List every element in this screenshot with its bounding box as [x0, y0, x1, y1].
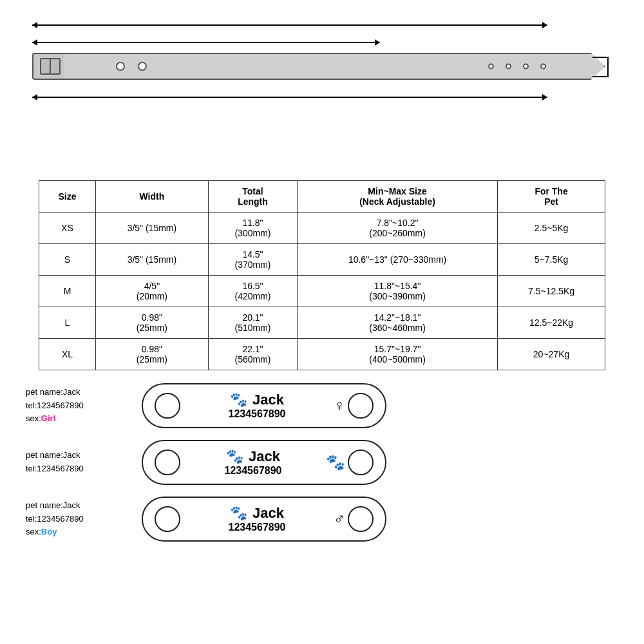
tag-left-circle-1 — [155, 450, 180, 475]
table-cell-1-4: 5~7.5Kg — [498, 244, 605, 276]
tag-row-0: pet name:Jack tel:1234567890sex:Girl 🐾 J… — [26, 383, 618, 428]
tag-right-symbol-0: ♀ — [334, 397, 345, 415]
tag-paw-icon-2: 🐾 — [230, 505, 247, 522]
tag-row-1: pet name:Jack tel:1234567890 🐾 Jack 1234… — [26, 440, 618, 485]
col-header-total-length: TotalLength — [208, 181, 297, 213]
table-row: M4/5"(20mm)16.5"(420mm)11.8"~15.4"(300~3… — [39, 276, 605, 307]
belt-diagram — [0, 0, 644, 174]
tag-left-circle-2 — [155, 506, 180, 532]
tag-section: pet name:Jack tel:1234567890sex:Girl 🐾 J… — [0, 377, 644, 548]
table-cell-4-3: 15.7"~19.7"(400~500mm) — [298, 339, 498, 370]
tag-phone-0: 1234567890 — [229, 408, 286, 420]
tag-center-0: 🐾 Jack 1234567890 — [180, 392, 334, 420]
belt-hole-large-2 — [138, 62, 147, 71]
col-header-min-max: Min~Max Size(Neck Adjustable) — [298, 181, 498, 213]
tag-right-group-1: 🐾 — [326, 450, 374, 475]
tag-center-2: 🐾 Jack 1234567890 — [180, 505, 334, 533]
size-table-section: Size Width TotalLength Min~Max Size(Neck… — [0, 174, 644, 377]
table-row: S3/5" (15mm)14.5"(370mm)10.6"~13" (270~3… — [39, 244, 605, 276]
size-table: Size Width TotalLength Min~Max Size(Neck… — [39, 180, 605, 370]
table-row: L0.98"(25mm)20.1"(510mm)14.2"~18.1"(360~… — [39, 307, 605, 339]
tag-shape-1: 🐾 Jack 1234567890 🐾 — [142, 440, 386, 485]
tag-name-0: Jack — [252, 392, 284, 408]
tag-right-symbol-2: ♂ — [334, 510, 345, 528]
table-cell-3-2: 20.1"(510mm) — [208, 307, 297, 339]
tag-right-group-0: ♀ — [334, 393, 374, 419]
table-cell-1-0: S — [39, 244, 96, 276]
table-cell-2-3: 11.8"~15.4"(300~390mm) — [298, 276, 498, 307]
table-cell-0-3: 7.8"~10.2"(200~260mm) — [298, 213, 498, 244]
tag-phone-2: 1234567890 — [229, 522, 286, 533]
tag-right-circle-1 — [348, 450, 374, 475]
table-header-row: Size Width TotalLength Min~Max Size(Neck… — [39, 181, 605, 213]
belt-hole-large-1 — [116, 62, 125, 71]
table-cell-2-0: M — [39, 276, 96, 307]
belt-hole-small-2 — [506, 64, 511, 70]
col-header-size: Size — [39, 181, 96, 213]
tag-paw-icon-1: 🐾 — [226, 448, 243, 465]
max-size-arrow — [32, 24, 547, 26]
belt-strap — [64, 53, 560, 80]
table-cell-4-0: XL — [39, 339, 96, 370]
table-cell-0-2: 11.8"(300mm) — [208, 213, 297, 244]
table-cell-3-3: 14.2"~18.1"(360~460mm) — [298, 307, 498, 339]
tag-right-group-2: ♂ — [334, 506, 374, 532]
total-length-arrow — [32, 97, 547, 98]
tag-info-1: pet name:Jack tel:1234567890 — [26, 449, 122, 476]
table-cell-1-2: 14.5"(370mm) — [208, 244, 297, 276]
table-cell-1-1: 3/5" (15mm) — [95, 244, 208, 276]
tag-row-2: pet name:Jack tel:1234567890sex:Boy 🐾 Ja… — [26, 497, 618, 542]
table-cell-4-2: 22.1"(560mm) — [208, 339, 297, 370]
col-header-width: Width — [95, 181, 208, 213]
table-cell-0-4: 2.5~5Kg — [498, 213, 605, 244]
table-cell-2-2: 16.5"(420mm) — [208, 276, 297, 307]
tag-right-circle-2 — [348, 506, 374, 532]
tag-shape-0: 🐾 Jack 1234567890 ♀ — [142, 383, 386, 428]
table-cell-2-1: 4/5"(20mm) — [95, 276, 208, 307]
buckle — [32, 53, 68, 80]
tag-shape-2: 🐾 Jack 1234567890 ♂ — [142, 497, 386, 542]
tag-paw-icon-0: 🐾 — [230, 392, 247, 408]
table-cell-4-4: 20~27Kg — [498, 339, 605, 370]
table-cell-3-0: L — [39, 307, 96, 339]
table-cell-3-4: 12.5~22Kg — [498, 307, 605, 339]
table-cell-2-4: 7.5~12.5Kg — [498, 276, 605, 307]
col-header-for-pet: For ThePet — [498, 181, 605, 213]
tag-left-circle-0 — [155, 393, 180, 419]
table-cell-1-3: 10.6"~13" (270~330mm) — [298, 244, 498, 276]
tag-right-circle-0 — [348, 393, 374, 419]
tag-info-2: pet name:Jack tel:1234567890sex:Boy — [26, 499, 122, 539]
sex-label-2: Boy — [41, 527, 57, 536]
tag-right-symbol-1: 🐾 — [326, 453, 345, 471]
tag-center-1: 🐾 Jack 1234567890 — [180, 448, 326, 477]
table-cell-3-1: 0.98"(25mm) — [95, 307, 208, 339]
table-cell-0-0: XS — [39, 213, 96, 244]
belt-hole-small-1 — [488, 64, 494, 70]
table-row: XS3/5" (15mm)11.8"(300mm)7.8"~10.2"(200~… — [39, 213, 605, 244]
min-size-arrow — [32, 42, 380, 43]
sex-label-0: Girl — [41, 413, 55, 423]
tag-name-1: Jack — [249, 449, 280, 464]
tag-phone-1: 1234567890 — [225, 465, 282, 477]
belt-hole-small-3 — [523, 64, 529, 70]
table-row: XL0.98"(25mm)22.1"(560mm)15.7"~19.7"(400… — [39, 339, 605, 370]
tag-info-0: pet name:Jack tel:1234567890sex:Girl — [26, 386, 122, 426]
tag-name-2: Jack — [252, 506, 284, 521]
table-cell-0-1: 3/5" (15mm) — [95, 213, 208, 244]
belt-hole-small-4 — [540, 64, 546, 70]
table-cell-4-1: 0.98"(25mm) — [95, 339, 208, 370]
